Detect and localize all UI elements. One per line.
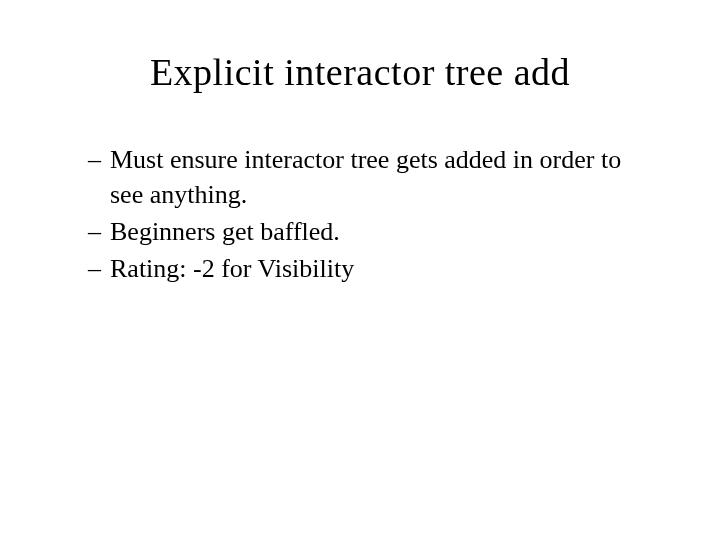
bullet-item: Must ensure interactor tree gets added i… [88, 142, 660, 212]
bullet-item: Rating: -2 for Visibility [88, 251, 660, 286]
slide-container: Explicit interactor tree add Must ensure… [0, 0, 720, 540]
bullet-item: Beginners get baffled. [88, 214, 660, 249]
slide-title: Explicit interactor tree add [60, 50, 660, 94]
bullet-list: Must ensure interactor tree gets added i… [60, 142, 660, 286]
